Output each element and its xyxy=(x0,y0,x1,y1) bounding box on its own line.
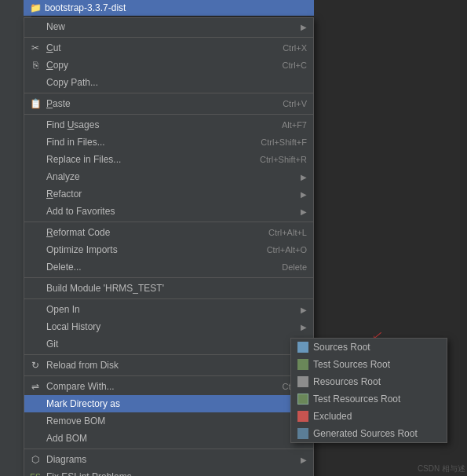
menu-item-replace-files-label: Replace in Files... xyxy=(46,154,244,165)
separator-5 xyxy=(24,277,313,278)
menu-item-reformat-shortcut: Ctrl+Alt+L xyxy=(268,228,307,237)
submenu-item-generated-sources-root-label: Generated Sources Root xyxy=(313,428,418,439)
excluded-icon xyxy=(297,411,308,422)
generated-sources-root-icon xyxy=(297,428,308,439)
menu-item-cut-label: Cut xyxy=(46,42,267,53)
copy-icon: ⎘ xyxy=(29,59,42,71)
menu-item-copy-path-label: Copy Path... xyxy=(46,77,307,88)
menu-item-add-favorites[interactable]: Add to Favorites ▶ xyxy=(24,203,313,220)
menu-item-refactor[interactable]: Refactor ▶ xyxy=(24,185,313,203)
context-menu: New ▶ ✂ Cut Ctrl+X ⎘ Copy Ctrl+C Copy Pa… xyxy=(24,17,314,476)
submenu-item-generated-sources-root[interactable]: Generated Sources Root xyxy=(291,425,447,442)
menu-item-copy-path[interactable]: Copy Path... xyxy=(24,74,313,91)
test-resources-root-icon xyxy=(297,394,308,405)
menu-item-add-favorites-arrow: ▶ xyxy=(301,207,307,216)
separator-1 xyxy=(24,37,313,38)
menu-item-remove-bom-label: Remove BOM xyxy=(46,416,307,427)
submenu-item-resources-root[interactable]: Resources Root xyxy=(291,373,447,390)
menu-item-find-usages[interactable]: Find Usages Alt+F7 xyxy=(24,116,313,134)
menu-item-compare-with-label: Compare With... xyxy=(46,381,267,392)
submenu-item-test-sources-root-label: Test Sources Root xyxy=(313,359,390,370)
menu-item-optimize[interactable]: Optimize Imports Ctrl+Alt+O xyxy=(24,241,313,258)
menu-item-add-bom[interactable]: Add BOM xyxy=(24,430,313,447)
menu-item-reload-disk-label: Reload from Disk xyxy=(46,360,307,371)
folder-name: bootstrap-3.3.7-dist xyxy=(45,2,126,13)
menu-item-git-label: Git xyxy=(46,339,294,350)
resources-root-icon xyxy=(297,376,308,387)
menu-item-fix-eslint[interactable]: ES Fix ESLint Problems xyxy=(24,468,313,476)
menu-item-mark-directory[interactable]: Mark Directory as ▶ xyxy=(24,395,313,412)
folder-header: 📁 bootstrap-3.3.7-dist xyxy=(24,0,314,16)
menu-item-replace-files-shortcut: Ctrl+Shift+R xyxy=(260,155,307,164)
menu-item-mark-directory-label: Mark Directory as xyxy=(46,398,294,409)
menu-item-cut[interactable]: ✂ Cut Ctrl+X xyxy=(24,39,313,57)
menu-item-optimize-label: Optimize Imports xyxy=(46,244,251,255)
menu-item-refactor-label: Refactor xyxy=(46,189,294,200)
menu-item-analyze-arrow: ▶ xyxy=(301,173,307,181)
menu-item-open-in[interactable]: Open In ▶ xyxy=(24,301,313,318)
submenu-item-excluded[interactable]: Excluded xyxy=(291,408,447,425)
watermark-text: CSDN 相与述 xyxy=(418,463,465,474)
menu-item-compare-with[interactable]: ⇌ Compare With... Ctrl+D xyxy=(24,378,313,395)
menu-item-fix-eslint-label: Fix ESLint Problems xyxy=(46,471,307,476)
menu-item-find-files-shortcut: Ctrl+Shift+F xyxy=(261,137,307,147)
menu-item-reformat-label: Reformat Code xyxy=(46,227,253,238)
menu-item-new-label: New xyxy=(46,21,294,32)
menu-item-new-arrow: ▶ xyxy=(301,23,307,31)
cut-icon: ✂ xyxy=(29,42,42,54)
menu-item-git[interactable]: Git ▶ xyxy=(24,335,313,353)
menu-item-copy[interactable]: ⎘ Copy Ctrl+C xyxy=(24,57,313,74)
diagrams-icon: ⬡ xyxy=(29,453,42,466)
submenu-item-test-resources-root-label: Test Resources Root xyxy=(313,394,400,405)
menu-item-cut-shortcut: Ctrl+X xyxy=(283,43,307,53)
folder-icon: 📁 xyxy=(30,2,42,13)
separator-4 xyxy=(24,222,313,222)
menu-item-local-history-label: Local History xyxy=(46,321,294,332)
menu-item-delete-shortcut: Delete xyxy=(282,262,307,272)
menu-item-find-usages-label: Find Usages xyxy=(46,119,266,130)
menu-item-find-files[interactable]: Find in Files... Ctrl+Shift+F xyxy=(24,134,313,151)
menu-item-optimize-shortcut: Ctrl+Alt+O xyxy=(267,245,307,254)
menu-item-add-bom-label: Add BOM xyxy=(46,433,307,444)
submenu-item-sources-root[interactable]: Sources Root xyxy=(291,339,447,356)
reload-icon: ↻ xyxy=(29,359,42,372)
menu-item-new[interactable]: New ▶ xyxy=(24,18,313,35)
menu-item-diagrams[interactable]: ⬡ Diagrams ▶ xyxy=(24,451,313,468)
menu-item-analyze-label: Analyze xyxy=(46,171,294,182)
separator-7 xyxy=(24,354,313,355)
separator-2 xyxy=(24,93,313,93)
submenu-item-test-sources-root[interactable]: Test Sources Root xyxy=(291,356,447,373)
menu-item-delete[interactable]: Delete... Delete xyxy=(24,258,313,276)
test-sources-root-icon xyxy=(297,359,308,370)
menu-item-analyze[interactable]: Analyze ▶ xyxy=(24,168,313,185)
submenu-item-resources-root-label: Resources Root xyxy=(313,376,381,387)
menu-item-open-in-arrow: ▶ xyxy=(301,306,307,314)
menu-item-find-files-label: Find in Files... xyxy=(46,137,245,148)
submenu-item-sources-root-label: Sources Root xyxy=(313,342,370,353)
submenu-item-excluded-label: Excluded xyxy=(313,411,352,422)
menu-item-copy-shortcut: Ctrl+C xyxy=(283,60,307,70)
menu-item-diagrams-label: Diagrams xyxy=(46,454,294,465)
menu-item-reformat[interactable]: Reformat Code Ctrl+Alt+L xyxy=(24,224,313,241)
submenu-item-test-resources-root[interactable]: Test Resources Root xyxy=(291,390,447,408)
menu-item-build-module-label: Build Module 'HRMS_TEST' xyxy=(46,283,307,294)
separator-9 xyxy=(24,449,313,449)
separator-3 xyxy=(24,114,313,115)
compare-icon: ⇌ xyxy=(29,380,42,393)
menu-item-paste-label: Paste xyxy=(46,98,267,109)
separator-6 xyxy=(24,298,313,299)
menu-item-open-in-label: Open In xyxy=(46,304,294,315)
menu-item-remove-bom[interactable]: Remove BOM xyxy=(24,412,313,430)
menu-item-delete-label: Delete... xyxy=(46,262,266,273)
menu-item-build-module[interactable]: Build Module 'HRMS_TEST' xyxy=(24,280,313,297)
menu-item-find-usages-shortcut: Alt+F7 xyxy=(282,120,307,130)
menu-item-replace-files[interactable]: Replace in Files... Ctrl+Shift+R xyxy=(24,151,313,168)
menu-item-local-history-arrow: ▶ xyxy=(301,323,307,331)
menu-item-copy-label: Copy xyxy=(46,60,267,71)
eslint-icon: ES xyxy=(29,471,42,476)
mark-directory-submenu: Sources Root Test Sources Root Resources… xyxy=(290,338,447,443)
sources-root-icon xyxy=(297,342,308,353)
menu-item-local-history[interactable]: Local History ▶ xyxy=(24,318,313,335)
menu-item-paste[interactable]: 📋 Paste Ctrl+V xyxy=(24,95,313,112)
menu-item-reload-disk[interactable]: ↻ Reload from Disk xyxy=(24,357,313,374)
